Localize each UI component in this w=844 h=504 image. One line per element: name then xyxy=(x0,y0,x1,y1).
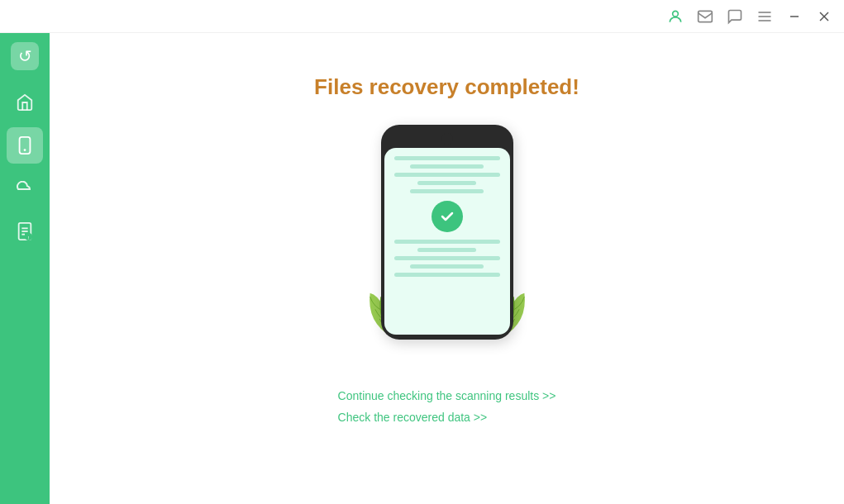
phone-line-9 xyxy=(410,264,484,269)
check-circle-icon xyxy=(432,201,463,232)
phone-line-3 xyxy=(394,173,500,177)
svg-point-0 xyxy=(673,11,679,17)
sidebar-item-reports[interactable]: ! xyxy=(7,213,43,250)
app-layout: ↺ xyxy=(0,33,844,504)
phone-line-7 xyxy=(417,248,475,252)
titlebar-icon-group xyxy=(662,3,837,30)
sidebar-item-cloud[interactable] xyxy=(7,170,43,207)
svg-rect-1 xyxy=(699,11,713,21)
svg-rect-10 xyxy=(20,137,31,154)
main-content: Files recovery completed! xyxy=(50,33,844,504)
profile-icon[interactable] xyxy=(662,3,689,30)
scan-results-link[interactable]: Continue checking the scanning results >… xyxy=(338,389,556,402)
phone-line-4 xyxy=(417,181,475,185)
minimize-button[interactable] xyxy=(781,3,808,30)
phone-line-10 xyxy=(394,273,500,277)
close-button[interactable] xyxy=(811,3,837,30)
phone-line-5 xyxy=(410,189,484,193)
titlebar xyxy=(0,0,844,33)
phone-frame xyxy=(381,125,513,340)
recovered-data-link[interactable]: Check the recovered data >> xyxy=(338,411,488,424)
svg-text:↺: ↺ xyxy=(18,47,32,65)
menu-icon[interactable] xyxy=(751,3,778,30)
phone-line-1 xyxy=(394,156,500,160)
mail-icon[interactable] xyxy=(692,3,718,30)
phone-screen xyxy=(384,148,510,335)
phone-notch xyxy=(441,133,453,145)
phone-line-2 xyxy=(410,164,484,169)
page-title: Files recovery completed! xyxy=(314,74,579,100)
phone-illustration xyxy=(365,125,530,356)
links-section: Continue checking the scanning results >… xyxy=(338,389,556,424)
phone-line-6 xyxy=(394,240,500,244)
sidebar-item-home[interactable] xyxy=(7,84,43,121)
sidebar: ↺ xyxy=(0,33,50,504)
sidebar-item-phone[interactable] xyxy=(7,127,43,164)
phone-line-8 xyxy=(394,256,500,260)
chat-icon[interactable] xyxy=(722,3,748,30)
app-logo[interactable]: ↺ xyxy=(10,41,40,71)
